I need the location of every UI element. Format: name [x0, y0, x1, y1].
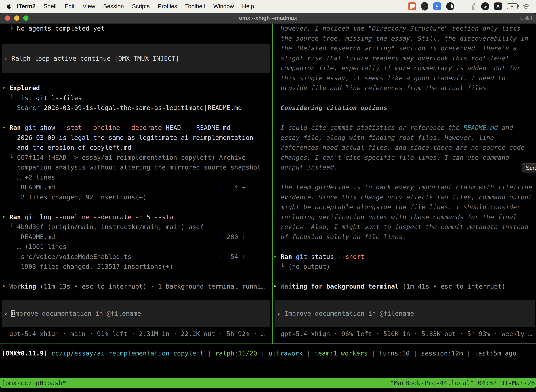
text-segment: README.md [196, 124, 230, 131]
text-segment: the source tree, missing the essay. Stil… [273, 35, 528, 42]
text-segment: cczip/essay/ai-reimplementation-copyleft [51, 350, 204, 357]
text-segment [162, 124, 166, 131]
text-segment: -- [185, 124, 192, 131]
terminal-line: src/voice/voiceModeEnabled.ts | 54 + [2, 252, 246, 262]
terminal-window: omx --xhigh --madmax ⌥⌘1 └ No agents com… [0, 13, 536, 388]
pane-divider[interactable] [272, 23, 273, 344]
text-segment: -n [135, 213, 143, 221]
text-segment: 5 [147, 213, 151, 221]
text-segment: might be acceptable alongside the file l… [273, 203, 521, 210]
right-input-box[interactable]: › Improve documentation in @filename [275, 300, 535, 327]
text-segment [36, 124, 40, 131]
text-segment: Explored [9, 84, 40, 92]
text-segment: ting for background terminal [292, 283, 399, 290]
terminal-line: • Ran git log --oneline --decorate -n 5 … [2, 212, 177, 222]
pad [55, 183, 219, 191]
pad [131, 253, 219, 260]
blue-badge-icon[interactable] [433, 2, 441, 10]
text-segment: List [17, 94, 32, 102]
text-segment [36, 213, 40, 221]
terminal-line: slight risk that future readers may over… [273, 53, 509, 63]
menu-item-window[interactable]: Window [213, 3, 234, 10]
terminal-line: └ No agents completed yet [2, 23, 105, 33]
terminal-line: provide file and line references from th… [273, 83, 490, 93]
text-segment [90, 213, 93, 221]
text-segment: 2026-03-09-is-legal-the-same-as-legitima… [2, 134, 257, 141]
menu-item-iterm2[interactable]: iTerm2 [17, 3, 36, 10]
tmux-session-label[interactable]: [omx-cczip0:bash* [0, 379, 66, 387]
text-segment: and [498, 124, 513, 131]
text-segment [143, 213, 147, 221]
text-segment: 2 files changed, 92 insertions(+) [2, 194, 147, 201]
text-segment [307, 253, 311, 260]
terminal-line: including verification notes with those … [273, 212, 517, 222]
text-segment: └ [2, 223, 17, 230]
dark-disc-icon[interactable] [446, 2, 454, 10]
terminal-line: of focusing solely on file lines. [273, 232, 407, 242]
menu-items: iTerm2 Shell Edit View Session Scripts P… [17, 3, 254, 10]
ralph-loop-text: Ralph loop active continue [OMX_TMUX_INJ… [11, 55, 179, 62]
title-bar[interactable]: omx --xhigh --madmax ⌥⌘1 [0, 13, 536, 24]
text-segment [131, 213, 135, 221]
menu-item-session[interactable]: Session [103, 3, 124, 10]
chat-icon[interactable] [408, 2, 416, 10]
terminal-line: this single essay, it seems like a good … [273, 73, 505, 83]
terminal-line: Search 2026-03-09-is-legal-the-same-as-l… [2, 103, 242, 113]
text-segment: last:5m ago [474, 350, 516, 357]
text-segment: --stat [154, 213, 177, 221]
menu-item-shell[interactable]: Shell [44, 3, 57, 10]
squiggle-icon[interactable] [471, 3, 476, 10]
terminal-line: and-the-erosion-of-copyleft.md [2, 143, 131, 153]
text-segment [192, 124, 196, 131]
menu-item-view[interactable]: View [83, 3, 95, 10]
text-segment: review. Also, I might want to inspect th… [273, 223, 528, 230]
screen-tooltip: Scre [522, 163, 536, 173]
shield-grid-icon[interactable] [421, 2, 428, 10]
terminal-line: 2 files changed, 92 insertions(+) [2, 192, 147, 202]
text-segment: companion file, especially if more comme… [273, 65, 521, 72]
wifi-icon[interactable] [523, 3, 530, 10]
text-segment: --oneline [55, 213, 90, 221]
terminal-line: evidence. Since this change only affects… [273, 192, 532, 202]
terminal-line: • Ran git show --stat --oneline --decora… [2, 123, 230, 133]
text-segment: --stat [59, 124, 82, 131]
text-segment: git [296, 253, 307, 260]
text-segment: evidence. Since this change only affects… [273, 194, 532, 201]
text-segment: Ran [281, 253, 292, 260]
terminal-line: However, I noticed the "Directory Struct… [273, 23, 521, 33]
text-segment: However, I noticed the "Directory Struct… [273, 25, 521, 32]
prompt-chevron: › [277, 310, 284, 317]
text-segment: └ [2, 154, 17, 161]
dots-grid-icon[interactable] [459, 3, 466, 10]
window-title: omx --xhigh --madmax [0, 13, 536, 23]
text-segment: | [303, 350, 314, 357]
text-segment: king [21, 283, 36, 290]
text-segment [2, 104, 17, 111]
text-segment: essay file, along with finding root file… [273, 134, 494, 141]
menu-item-toolbelt[interactable]: Toolbelt [185, 3, 205, 10]
text-segment: ultrawork [268, 350, 303, 357]
menu-item-scripts[interactable]: Scripts [132, 3, 150, 10]
text-segment: README.md [464, 124, 498, 131]
text-segment: (11m 13s • esc to interrupt) · 1 backgro… [36, 283, 265, 290]
menu-item-profiles[interactable]: Profiles [158, 3, 177, 10]
text-segment: └ [273, 263, 288, 270]
keyboard-layout-icon[interactable]: A [494, 2, 502, 10]
text-segment: including verification notes with those … [273, 213, 517, 221]
text-segment: └ [2, 94, 17, 102]
text-segment: [OMX#0.11.9] [2, 350, 48, 357]
apple-icon[interactable] [6, 3, 12, 9]
left-input-box[interactable]: › Improve documentation in @filename [2, 300, 270, 327]
text-segment: Wai [281, 283, 292, 290]
text-segment: Considering citation options [273, 104, 387, 111]
ralph-loop-box: › Ralph loop active continue [OMX_TMUX_I… [2, 44, 270, 73]
battery-icon[interactable] [507, 3, 518, 9]
text-segment [120, 124, 124, 131]
text-segment: turns:10 [379, 350, 410, 357]
text-segment: | [368, 350, 379, 357]
menu-item-help[interactable]: Help [242, 3, 254, 10]
badge-61-icon[interactable]: ..61 [481, 2, 489, 10]
text-segment: Wor [9, 283, 21, 290]
text-segment: | [257, 350, 268, 357]
menu-item-edit[interactable]: Edit [65, 3, 75, 10]
